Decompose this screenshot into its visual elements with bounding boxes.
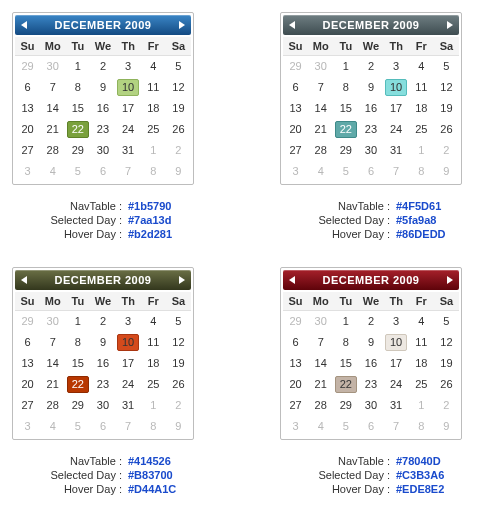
day-cell[interactable]: 29 (15, 311, 40, 333)
day-cell[interactable]: 6 (15, 77, 40, 98)
day-cell[interactable]: 18 (141, 353, 166, 374)
day-cell[interactable]: 15 (333, 353, 358, 374)
day-cell[interactable]: 7 (308, 77, 333, 98)
day-cell[interactable]: 15 (333, 98, 358, 119)
day-cell[interactable]: 29 (65, 395, 90, 416)
day-cell[interactable]: 14 (308, 98, 333, 119)
day-cell[interactable]: 16 (90, 98, 115, 119)
day-cell[interactable]: 14 (40, 98, 65, 119)
day-cell[interactable]: 16 (358, 353, 383, 374)
day-cell[interactable]: 28 (40, 140, 65, 161)
day-cell[interactable]: 4 (308, 416, 333, 437)
day-cell[interactable]: 29 (333, 140, 358, 161)
day-cell[interactable]: 25 (141, 119, 166, 140)
day-cell[interactable]: 29 (283, 311, 308, 333)
day-cell[interactable]: 15 (65, 98, 90, 119)
day-cell[interactable]: 16 (358, 98, 383, 119)
day-cell[interactable]: 3 (384, 311, 409, 333)
day-cell[interactable]: 22 (333, 119, 358, 140)
day-cell[interactable]: 27 (15, 395, 40, 416)
day-cell[interactable]: 9 (358, 332, 383, 353)
day-cell[interactable]: 12 (166, 77, 191, 98)
day-cell[interactable]: 24 (116, 119, 141, 140)
day-cell[interactable]: 29 (65, 140, 90, 161)
day-cell[interactable]: 22 (65, 119, 90, 140)
day-cell[interactable]: 7 (308, 332, 333, 353)
day-cell[interactable]: 23 (358, 119, 383, 140)
day-cell[interactable]: 6 (90, 416, 115, 437)
day-cell[interactable]: 10 (116, 332, 141, 353)
day-cell[interactable]: 3 (283, 416, 308, 437)
day-cell[interactable]: 8 (409, 161, 434, 182)
day-cell[interactable]: 4 (40, 416, 65, 437)
day-cell[interactable]: 19 (166, 98, 191, 119)
day-cell[interactable]: 1 (141, 395, 166, 416)
day-cell[interactable]: 1 (409, 395, 434, 416)
day-cell[interactable]: 5 (166, 311, 191, 333)
day-cell[interactable]: 23 (90, 119, 115, 140)
day-cell[interactable]: 14 (308, 353, 333, 374)
day-cell[interactable]: 30 (40, 56, 65, 78)
day-cell[interactable]: 13 (283, 353, 308, 374)
day-cell[interactable]: 1 (333, 311, 358, 333)
day-cell[interactable]: 17 (116, 98, 141, 119)
prev-month-icon[interactable] (289, 276, 295, 284)
day-cell[interactable]: 10 (384, 332, 409, 353)
day-cell[interactable]: 24 (384, 374, 409, 395)
day-cell[interactable]: 25 (141, 374, 166, 395)
day-cell[interactable]: 21 (308, 119, 333, 140)
next-month-icon[interactable] (447, 21, 453, 29)
day-cell[interactable]: 7 (116, 161, 141, 182)
day-cell[interactable]: 8 (333, 332, 358, 353)
day-cell[interactable]: 2 (434, 140, 459, 161)
day-cell[interactable]: 6 (283, 77, 308, 98)
day-cell[interactable]: 2 (358, 56, 383, 78)
day-cell[interactable]: 7 (384, 416, 409, 437)
day-cell[interactable]: 12 (434, 77, 459, 98)
day-cell[interactable]: 18 (141, 98, 166, 119)
day-cell[interactable]: 9 (434, 161, 459, 182)
day-cell[interactable]: 22 (333, 374, 358, 395)
day-cell[interactable]: 6 (358, 416, 383, 437)
day-cell[interactable]: 9 (166, 161, 191, 182)
day-cell[interactable]: 4 (308, 161, 333, 182)
day-cell[interactable]: 7 (384, 161, 409, 182)
day-cell[interactable]: 1 (65, 311, 90, 333)
day-cell[interactable]: 24 (384, 119, 409, 140)
day-cell[interactable]: 9 (434, 416, 459, 437)
day-cell[interactable]: 5 (65, 161, 90, 182)
day-cell[interactable]: 9 (90, 332, 115, 353)
day-cell[interactable]: 12 (166, 332, 191, 353)
day-cell[interactable]: 19 (434, 353, 459, 374)
day-cell[interactable]: 15 (65, 353, 90, 374)
day-cell[interactable]: 14 (40, 353, 65, 374)
day-cell[interactable]: 1 (409, 140, 434, 161)
day-cell[interactable]: 4 (40, 161, 65, 182)
day-cell[interactable]: 23 (358, 374, 383, 395)
day-cell[interactable]: 9 (90, 77, 115, 98)
prev-month-icon[interactable] (21, 276, 27, 284)
day-cell[interactable]: 26 (434, 374, 459, 395)
day-cell[interactable]: 21 (40, 374, 65, 395)
day-cell[interactable]: 28 (308, 140, 333, 161)
day-cell[interactable]: 17 (384, 353, 409, 374)
day-cell[interactable]: 1 (141, 140, 166, 161)
day-cell[interactable]: 30 (308, 56, 333, 78)
day-cell[interactable]: 13 (283, 98, 308, 119)
day-cell[interactable]: 26 (166, 374, 191, 395)
day-cell[interactable]: 29 (333, 395, 358, 416)
day-cell[interactable]: 11 (141, 77, 166, 98)
day-cell[interactable]: 29 (15, 56, 40, 78)
day-cell[interactable]: 28 (308, 395, 333, 416)
day-cell[interactable]: 9 (358, 77, 383, 98)
day-cell[interactable]: 17 (116, 353, 141, 374)
day-cell[interactable]: 11 (409, 77, 434, 98)
day-cell[interactable]: 2 (166, 395, 191, 416)
day-cell[interactable]: 31 (384, 140, 409, 161)
day-cell[interactable]: 4 (409, 311, 434, 333)
day-cell[interactable]: 8 (409, 416, 434, 437)
day-cell[interactable]: 31 (116, 140, 141, 161)
day-cell[interactable]: 9 (166, 416, 191, 437)
day-cell[interactable]: 8 (333, 77, 358, 98)
day-cell[interactable]: 3 (384, 56, 409, 78)
